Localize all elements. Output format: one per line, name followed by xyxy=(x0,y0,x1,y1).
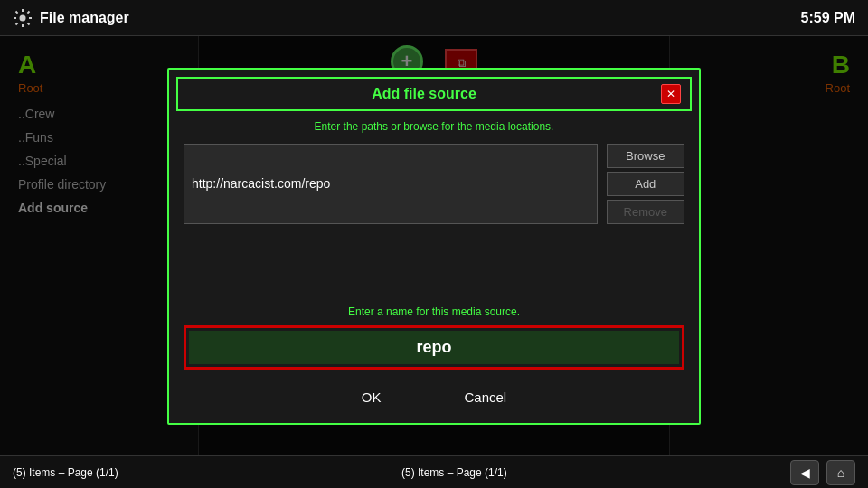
source-path-row: Browse Add Remove xyxy=(184,144,684,224)
name-label: Enter a name for this media source. xyxy=(184,305,684,318)
header: File manager 5:59 PM xyxy=(0,0,868,36)
dialog-subtitle: Enter the paths or browse for the media … xyxy=(184,120,684,133)
footer-left-status: (5) Items – Page (1/1) xyxy=(13,466,118,479)
add-file-source-dialog: Add file source ✕ Enter the paths or bro… xyxy=(167,68,701,425)
add-button[interactable]: Add xyxy=(607,172,684,196)
dialog-titlebar: Add file source ✕ xyxy=(176,77,692,111)
cancel-button[interactable]: Cancel xyxy=(449,386,521,408)
dialog-spacer xyxy=(184,233,684,305)
dialog-overlay: Add file source ✕ Enter the paths or bro… xyxy=(0,36,868,455)
app-title-group: File manager xyxy=(13,8,129,28)
app-title: File manager xyxy=(40,10,129,26)
home-button[interactable]: ⌂ xyxy=(826,460,855,485)
dialog-body: Enter the paths or browse for the media … xyxy=(169,111,699,423)
back-button[interactable]: ◀ xyxy=(790,460,819,485)
gear-icon xyxy=(13,8,33,28)
remove-button[interactable]: Remove xyxy=(607,200,684,224)
source-path-input[interactable] xyxy=(184,144,598,224)
svg-point-0 xyxy=(20,14,26,21)
footer: (5) Items – Page (1/1) (5) Items – Page … xyxy=(0,455,868,488)
source-name-input[interactable] xyxy=(189,331,679,364)
dialog-footer: OK Cancel xyxy=(184,382,684,408)
ok-button[interactable]: OK xyxy=(347,386,396,408)
clock: 5:59 PM xyxy=(801,10,855,26)
dialog-close-button[interactable]: ✕ xyxy=(661,84,681,104)
name-input-wrap xyxy=(184,325,684,370)
browse-button[interactable]: Browse xyxy=(607,144,684,168)
footer-center-status: (5) Items – Page (1/1) xyxy=(401,466,507,479)
source-action-buttons: Browse Add Remove xyxy=(607,144,684,224)
footer-nav-buttons: ◀ ⌂ xyxy=(790,460,855,485)
dialog-title: Add file source xyxy=(187,86,661,102)
